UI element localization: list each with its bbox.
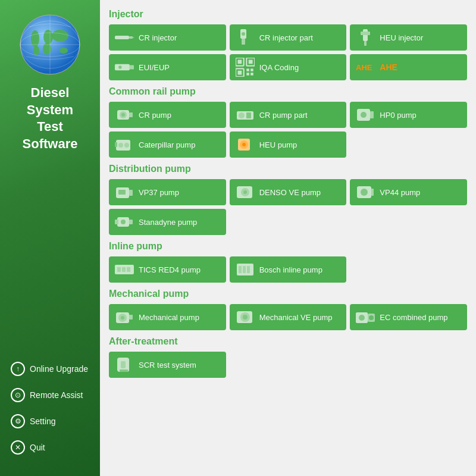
grid-row-1-0: CR pump CR pump part HP0 pump (109, 102, 467, 128)
svg-rect-28 (237, 71, 242, 75)
svg-rect-69 (239, 266, 242, 273)
cell-qr[interactable]: IQA Coding (230, 54, 347, 80)
cell-cr-pump-part[interactable]: CR pump part (230, 102, 347, 128)
svg-rect-29 (246, 68, 249, 71)
quit-button[interactable]: ✕ Quit (6, 437, 94, 458)
cr-pump-part-icon (236, 105, 255, 124)
bosch-inline-icon (236, 260, 255, 279)
svg-rect-31 (246, 73, 249, 76)
setting-button[interactable]: ⚙ Setting (6, 411, 94, 432)
vp44-icon (356, 183, 375, 202)
section-title-0: Injector (109, 9, 467, 20)
empty-cell-1-1-2 (350, 131, 467, 158)
cell-mech-ve[interactable]: Mechanical VE pump (230, 304, 347, 330)
section-title-5: After-treatment (109, 336, 467, 347)
cell-stanadyne[interactable]: Stanadyne pump (109, 209, 226, 235)
svg-point-50 (242, 143, 246, 146)
svg-point-5 (52, 30, 68, 42)
cell-ec-combined[interactable]: EC combined pump (350, 304, 467, 330)
cr-pump-label: CR pump (139, 111, 171, 120)
remote-assist-button[interactable]: ⊙ Remote Assist (6, 384, 94, 406)
cr-pump-part-label: CR pump part (259, 111, 308, 120)
empty-cell-2-1-2 (350, 209, 467, 235)
ahe-icon: AHE (356, 58, 375, 77)
svg-rect-15 (242, 39, 245, 45)
cell-heu-injector[interactable]: HEU injector (350, 24, 467, 51)
section-title-3: Inline pump (109, 241, 467, 252)
online-upgrade-icon: ↑ (11, 362, 25, 376)
svg-rect-18 (364, 41, 367, 46)
mech-pump-label: Mechanical pump (139, 313, 199, 322)
empty-cell-2-1-1 (230, 209, 347, 235)
svg-rect-58 (371, 189, 374, 196)
eui-label: EUI/EUP (139, 63, 170, 72)
cell-hp0-pump[interactable]: HP0 pump (350, 102, 467, 128)
denso-ve-label: DENSO VE pump (259, 188, 321, 197)
grid-row-3-0: TICS RED4 pump Bosch inline pump (109, 256, 467, 283)
remote-assist-label: Remote Assist (30, 390, 83, 400)
stanadyne-icon (115, 212, 134, 231)
heu-injector-label: HEU injector (380, 33, 423, 42)
mech-pump-icon (115, 308, 134, 327)
cell-cr-pump[interactable]: CR pump (109, 102, 226, 128)
svg-rect-61 (115, 220, 118, 224)
svg-point-81 (359, 315, 365, 321)
mech-ve-icon (236, 308, 255, 327)
svg-rect-53 (118, 190, 126, 195)
empty-cell-5-0-2 (350, 352, 467, 378)
quit-label: Quit (30, 443, 45, 452)
cell-vp37[interactable]: VP37 pump (109, 179, 226, 205)
svg-point-4 (33, 46, 39, 55)
svg-rect-70 (243, 266, 246, 273)
vp44-label: VP44 pump (380, 188, 420, 197)
cell-heu-pump[interactable]: HEU pump (230, 131, 347, 158)
ec-combined-label: EC combined pump (380, 313, 447, 322)
svg-rect-40 (246, 112, 251, 118)
empty-cell-3-0-2 (350, 256, 467, 283)
svg-point-43 (361, 112, 367, 118)
grid-row-5-0: SCR test system (109, 352, 467, 378)
section-title-2: Distribution pump (109, 164, 467, 174)
remote-assist-icon: ⊙ (11, 388, 25, 402)
svg-rect-75 (129, 315, 133, 320)
cell-tics[interactable]: TICS RED4 pump (109, 256, 226, 283)
svg-rect-32 (250, 73, 253, 76)
cell-injector-part[interactable]: CR injector part (230, 24, 347, 51)
stanadyne-label: Stanadyne pump (139, 218, 197, 227)
hp0-pump-label: HP0 pump (380, 111, 416, 120)
svg-rect-47 (115, 142, 117, 147)
scr-icon (115, 355, 134, 374)
cell-vp44[interactable]: VP44 pump (350, 179, 467, 205)
grid-row-1-1: Caterpillar pump HEU pump (109, 131, 467, 158)
cell-mech-pump[interactable]: Mechanical pump (109, 304, 226, 330)
cell-eui[interactable]: EUI/EUP (109, 54, 226, 80)
svg-rect-30 (250, 68, 253, 71)
svg-point-82 (369, 315, 374, 320)
cell-bosch-inline[interactable]: Bosch inline pump (230, 256, 347, 283)
cell-cat-pump[interactable]: Caterpillar pump (109, 131, 226, 158)
eui-icon (115, 58, 134, 77)
sidebar: Diesel System Test Software ↑ Online Upg… (0, 0, 100, 476)
online-upgrade-button[interactable]: ↑ Online Upgrade (6, 358, 94, 380)
svg-point-16 (242, 32, 245, 36)
globe-icon (17, 12, 83, 77)
tics-icon (115, 260, 134, 279)
cell-ahe[interactable]: AHE AHE (350, 54, 467, 80)
ahe-label: AHE (380, 62, 397, 72)
svg-rect-67 (127, 267, 130, 272)
ec-combined-icon (356, 308, 375, 327)
quit-icon: ✕ (11, 440, 25, 455)
cell-scr[interactable]: SCR test system (109, 352, 226, 378)
bosch-inline-label: Bosch inline pump (259, 265, 322, 274)
qr-icon (236, 58, 255, 77)
cell-injector[interactable]: CR injector (109, 24, 226, 51)
vp37-label: VP37 pump (139, 188, 179, 197)
svg-rect-85 (120, 369, 128, 372)
svg-rect-12 (129, 36, 133, 39)
svg-rect-19 (361, 32, 370, 35)
injector-label: CR injector (139, 33, 177, 42)
cell-denso-ve[interactable]: DENSO VE pump (230, 179, 347, 205)
qr-label: IQA Coding (259, 63, 299, 72)
empty-cell-5-0-1 (230, 352, 347, 378)
svg-point-78 (243, 315, 248, 320)
